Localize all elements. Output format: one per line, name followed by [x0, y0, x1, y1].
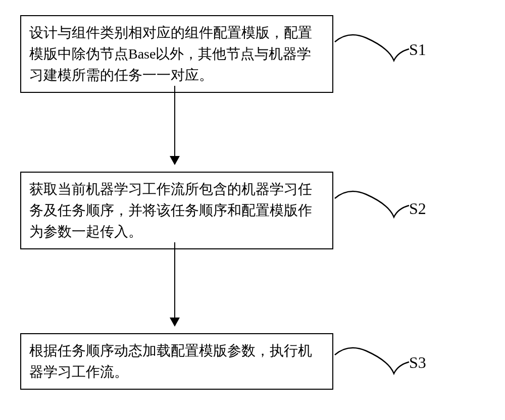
flowchart-container: 设计与组件类别相对应的组件配置模版，配置模版中除伪节点Base以外，其他节点与机…	[0, 0, 505, 420]
step-label-1: S1	[409, 40, 426, 59]
step-text-2: 获取当前机器学习工作流所包含的机器学习任务及任务顺序，并将该任务顺序和配置模版作…	[29, 181, 312, 239]
connector-curve-2	[333, 184, 414, 225]
step-label-2: S2	[409, 199, 426, 218]
step-text-3: 根据任务顺序动态加载配置模版参数，执行机器学习工作流。	[29, 343, 312, 380]
step-label-3: S3	[409, 353, 426, 372]
arrow-1-to-2	[174, 86, 175, 164]
step-box-2: 获取当前机器学习工作流所包含的机器学习任务及任务顺序，并将该任务顺序和配置模版作…	[20, 172, 333, 249]
arrow-2-to-3	[174, 242, 175, 326]
connector-curve-1	[333, 28, 414, 68]
step-box-3: 根据任务顺序动态加载配置模版参数，执行机器学习工作流。	[20, 333, 333, 390]
connector-curve-3	[333, 341, 414, 381]
step-text-1: 设计与组件类别相对应的组件配置模版，配置模版中除伪节点Base以外，其他节点与机…	[29, 25, 312, 83]
step-box-1: 设计与组件类别相对应的组件配置模版，配置模版中除伪节点Base以外，其他节点与机…	[20, 15, 333, 93]
